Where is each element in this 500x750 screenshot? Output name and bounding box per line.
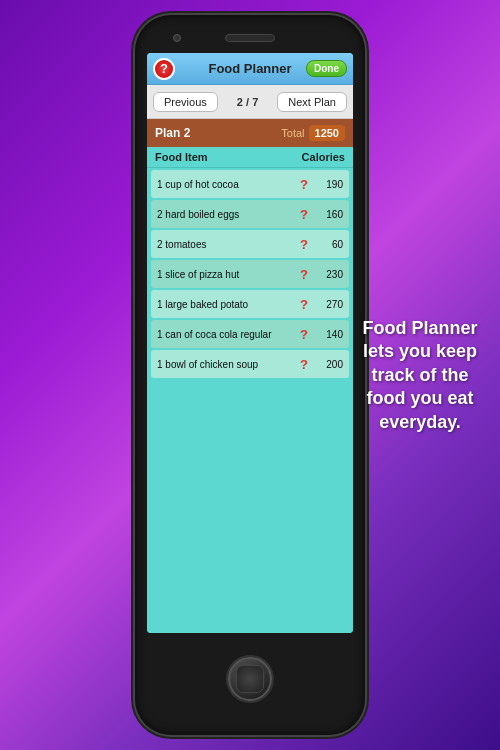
food-name: 1 bowl of chicken soup xyxy=(157,359,295,370)
plan-header: Plan 2 Total 1250 xyxy=(147,119,353,147)
nav-bar: Previous 2 / 7 Next Plan xyxy=(147,85,353,119)
food-name: 1 cup of hot cocoa xyxy=(157,179,295,190)
total-value: 1250 xyxy=(309,125,345,141)
food-list: 1 cup of hot cocoa?1902 hard boiled eggs… xyxy=(147,168,353,633)
plan-title: Plan 2 xyxy=(155,126,190,140)
table-header: Food Item Calories xyxy=(147,147,353,168)
phone-home-area xyxy=(228,633,272,725)
food-row[interactable]: 1 slice of pizza hut?230 xyxy=(151,260,349,288)
food-name: 1 slice of pizza hut xyxy=(157,269,295,280)
question-icon-button[interactable]: ? xyxy=(153,58,175,80)
food-question-icon[interactable]: ? xyxy=(295,327,313,342)
app-header: ? Food Planner Done xyxy=(147,53,353,85)
food-row[interactable]: 2 tomatoes?60 xyxy=(151,230,349,258)
food-calories: 190 xyxy=(313,179,343,190)
food-calories: 60 xyxy=(313,239,343,250)
phone-device: ? Food Planner Done Previous 2 / 7 Next … xyxy=(135,15,365,735)
food-name: 2 hard boiled eggs xyxy=(157,209,295,220)
phone-top-bar xyxy=(143,27,357,49)
speaker-grille xyxy=(225,34,275,42)
food-row[interactable]: 1 cup of hot cocoa?190 xyxy=(151,170,349,198)
home-button-inner xyxy=(236,665,264,693)
food-row[interactable]: 2 hard boiled eggs?160 xyxy=(151,200,349,228)
app-title: Food Planner xyxy=(208,61,291,76)
food-name: 2 tomatoes xyxy=(157,239,295,250)
food-question-icon[interactable]: ? xyxy=(295,297,313,312)
food-question-icon[interactable]: ? xyxy=(295,177,313,192)
food-name: 1 large baked potato xyxy=(157,299,295,310)
next-plan-button[interactable]: Next Plan xyxy=(277,92,347,112)
food-row[interactable]: 1 can of coca cola regular?140 xyxy=(151,320,349,348)
food-calories: 200 xyxy=(313,359,343,370)
previous-button[interactable]: Previous xyxy=(153,92,218,112)
page-indicator: 2 / 7 xyxy=(237,96,258,108)
phone-screen: ? Food Planner Done Previous 2 / 7 Next … xyxy=(147,53,353,633)
done-button[interactable]: Done xyxy=(306,60,347,77)
front-camera-icon xyxy=(173,34,181,42)
col-calories: Calories xyxy=(302,151,345,163)
food-calories: 160 xyxy=(313,209,343,220)
food-calories: 270 xyxy=(313,299,343,310)
food-question-icon[interactable]: ? xyxy=(295,357,313,372)
food-calories: 140 xyxy=(313,329,343,340)
col-food-item: Food Item xyxy=(155,151,208,163)
plan-total-row: Total 1250 xyxy=(281,125,345,141)
food-calories: 230 xyxy=(313,269,343,280)
food-row[interactable]: 1 bowl of chicken soup?200 xyxy=(151,350,349,378)
food-name: 1 can of coca cola regular xyxy=(157,329,295,340)
side-text: Food Planner lets you keep track of the … xyxy=(360,317,480,434)
food-question-icon[interactable]: ? xyxy=(295,267,313,282)
food-row[interactable]: 1 large baked potato?270 xyxy=(151,290,349,318)
food-question-icon[interactable]: ? xyxy=(295,207,313,222)
home-button[interactable] xyxy=(228,657,272,701)
food-question-icon[interactable]: ? xyxy=(295,237,313,252)
total-label: Total xyxy=(281,127,304,139)
